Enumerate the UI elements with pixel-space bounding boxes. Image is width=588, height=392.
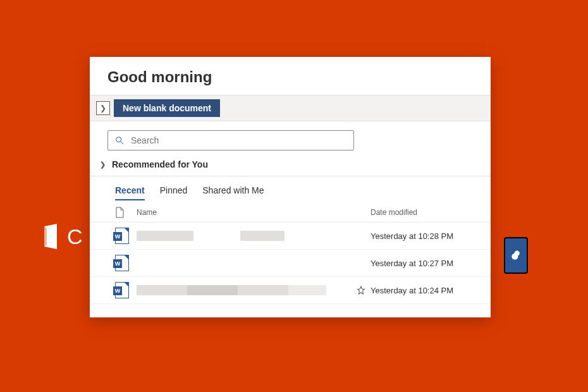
phone-widget-icon: [504, 237, 528, 274]
tab-pinned[interactable]: Pinned: [160, 185, 188, 200]
chevron-right-icon: ❯: [100, 161, 106, 169]
column-header-date[interactable]: Date modified: [371, 208, 465, 217]
file-date: Yesterday at 10:28 PM: [371, 231, 465, 241]
file-row[interactable]: W Yesterday at 10:28 PM: [90, 223, 491, 250]
file-name: [137, 231, 352, 242]
tab-shared[interactable]: Shared with Me: [202, 185, 264, 200]
search-icon: [114, 135, 125, 145]
pin-icon[interactable]: [352, 286, 371, 295]
document-icon: [115, 207, 124, 218]
chevron-right-icon: ❯: [100, 104, 106, 113]
word-doc-icon: W: [115, 228, 129, 244]
expand-templates-button[interactable]: ❯: [96, 101, 110, 115]
office-letter: C: [67, 224, 83, 249]
recommended-label: Recommended for You: [112, 159, 208, 169]
office-icon: [38, 221, 63, 252]
file-date: Yesterday at 10:24 PM: [371, 286, 465, 295]
file-row[interactable]: W Yesterday at 10:24 PM: [90, 277, 491, 304]
word-doc-icon: W: [115, 255, 129, 271]
search-box[interactable]: [107, 130, 354, 150]
file-date: Yesterday at 10:27 PM: [371, 259, 465, 268]
office-logo: C: [38, 221, 83, 252]
svg-point-2: [116, 137, 121, 142]
search-input[interactable]: [131, 135, 347, 145]
file-list-header: Name Date modified: [90, 200, 491, 223]
file-name: [137, 285, 352, 296]
svg-point-1: [511, 254, 518, 260]
recommended-section-header[interactable]: ❯ Recommended for You: [90, 156, 491, 176]
page-title: Good morning: [90, 57, 491, 95]
svg-line-3: [121, 142, 123, 144]
file-tabs: Recent Pinned Shared with Me: [90, 176, 491, 200]
search-row: [90, 121, 491, 156]
word-start-window: Good morning ❯ New blank document ❯ Reco…: [90, 57, 491, 317]
column-header-name[interactable]: Name: [137, 208, 352, 217]
tab-recent[interactable]: Recent: [115, 185, 145, 200]
template-bar: ❯ New blank document: [90, 95, 491, 121]
new-blank-document-button[interactable]: New blank document: [114, 99, 220, 117]
word-doc-icon: W: [115, 282, 129, 298]
file-row[interactable]: W Yesterday at 10:27 PM: [90, 250, 491, 277]
